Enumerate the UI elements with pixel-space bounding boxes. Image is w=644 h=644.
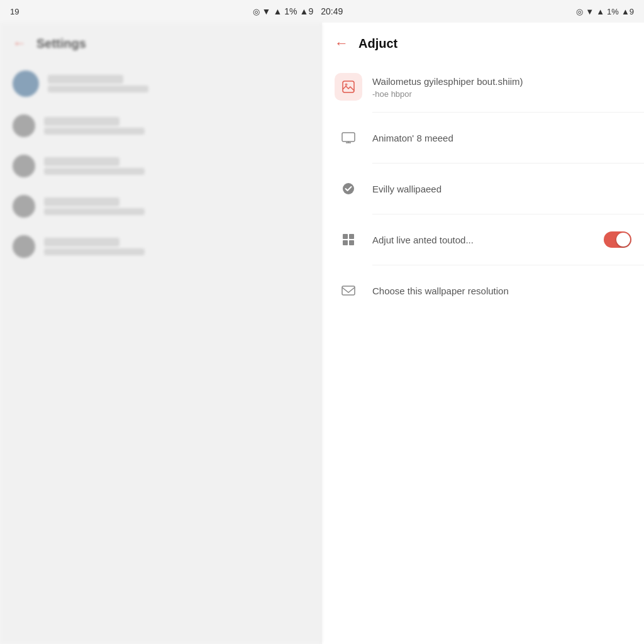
left-item-title — [48, 75, 123, 84]
settings-item-wallpaper[interactable]: Wailometus gyilesphiper bout.shiim) -hoe… — [322, 62, 644, 112]
settings-list: Wailometus gyilesphiper bout.shiim) -hoe… — [322, 62, 644, 316]
left-item-subtitle — [44, 128, 145, 135]
animation-item-text: Animaton' 8 meeed — [372, 131, 631, 145]
evilly-item-title: Evilly wallipaeed — [372, 182, 631, 196]
wallpaper-icon — [341, 79, 356, 94]
status-left: 19 — [10, 7, 19, 16]
svg-rect-2 — [342, 133, 355, 142]
status-clock: 20:49 — [321, 6, 343, 16]
status-battery-center: 1% — [284, 6, 297, 16]
status-sim-right-icon: ▲9 — [621, 7, 634, 16]
left-item-text — [44, 197, 309, 215]
left-item-text — [44, 157, 309, 175]
left-item-text — [44, 117, 309, 135]
evilly-item-text: Evilly wallipaeed — [372, 182, 631, 196]
check-circle-icon — [341, 181, 356, 196]
status-bar: 19 ◎ ▼ ▲ 1% ▲9 20:49 ◎ ▼ ▲ 1% ▲9 — [0, 0, 644, 23]
svg-rect-4 — [343, 234, 348, 239]
svg-rect-8 — [342, 286, 355, 295]
svg-point-1 — [345, 84, 348, 86]
resolution-item-text: Choose this wallpaper resolution — [372, 284, 631, 297]
grid-icon-wrapper — [335, 226, 362, 253]
status-wifi-right-icon: ▼ — [586, 7, 594, 16]
envelope-icon — [341, 283, 356, 298]
right-panel: ← Adjuct Wailometus gyilesphiper bout.sh… — [322, 23, 644, 644]
list-item[interactable] — [0, 226, 321, 267]
monitor-icon — [341, 130, 356, 145]
status-battery-right: 1% — [607, 7, 619, 16]
wallpaper-icon-wrapper — [335, 73, 362, 101]
left-item-subtitle — [44, 168, 145, 175]
status-signal-right-icon: ▲ — [596, 7, 604, 16]
settings-item-animation[interactable]: Animaton' 8 meeed — [322, 113, 644, 163]
avatar — [13, 195, 35, 218]
right-header: ← Adjuct — [322, 23, 644, 62]
left-item-title — [44, 197, 119, 206]
status-center: ◎ ▼ ▲ 1% ▲9 20:49 — [253, 6, 343, 16]
list-item[interactable] — [0, 106, 321, 146]
live-wallpaper-item-text: Adjut live anted toutod... — [372, 233, 594, 247]
toggle-knob — [616, 233, 630, 247]
right-back-arrow-icon[interactable]: ← — [335, 35, 348, 52]
svg-rect-7 — [349, 240, 354, 245]
left-settings-list — [0, 62, 321, 267]
list-item[interactable] — [0, 186, 321, 226]
left-item-title — [44, 238, 119, 247]
status-right: ◎ ▼ ▲ 1% ▲9 — [576, 7, 634, 16]
status-signal-icon: ▲ — [273, 6, 282, 16]
toggle-container[interactable] — [604, 231, 631, 248]
left-item-title — [44, 117, 119, 126]
live-wallpaper-toggle[interactable] — [604, 231, 631, 248]
monitor-icon-wrapper — [335, 124, 362, 152]
status-sim-icon: ▲9 — [300, 6, 314, 16]
left-item-subtitle — [48, 86, 148, 92]
animation-item-title: Animaton' 8 meeed — [372, 131, 631, 145]
left-panel: ← Settings — [0, 23, 322, 644]
svg-rect-6 — [343, 240, 348, 245]
status-circle-right-icon: ◎ — [576, 7, 583, 16]
avatar — [13, 235, 35, 258]
left-item-text — [44, 238, 309, 255]
avatar — [13, 114, 35, 137]
left-item-text — [48, 75, 309, 92]
live-wallpaper-item-title: Adjut live anted toutod... — [372, 233, 594, 247]
svg-rect-0 — [343, 81, 354, 92]
list-item[interactable] — [0, 62, 321, 106]
check-circle-icon-wrapper — [335, 175, 362, 203]
left-item-subtitle — [44, 248, 145, 255]
grid-icon — [341, 232, 356, 247]
left-back-arrow-icon[interactable]: ← — [13, 35, 26, 52]
left-panel-title: Settings — [36, 36, 86, 51]
svg-rect-5 — [349, 234, 354, 239]
avatar — [13, 70, 39, 97]
resolution-item-title: Choose this wallpaper resolution — [372, 284, 631, 297]
avatar — [13, 155, 35, 177]
wallpaper-item-title: Wailometus gyilesphiper bout.shiim) — [372, 75, 631, 88]
left-item-subtitle — [44, 208, 145, 215]
left-header: ← Settings — [0, 23, 321, 62]
left-item-title — [44, 157, 119, 166]
list-item[interactable] — [0, 146, 321, 186]
settings-item-live-wallpaper[interactable]: Adjut live anted toutod... — [322, 214, 644, 265]
svg-point-3 — [343, 183, 354, 194]
settings-item-resolution[interactable]: Choose this wallpaper resolution — [322, 265, 644, 316]
settings-item-evilly[interactable]: Evilly wallipaeed — [322, 164, 644, 214]
status-wifi-icon: ▼ — [262, 6, 271, 16]
wallpaper-item-text: Wailometus gyilesphiper bout.shiim) -hoe… — [372, 75, 631, 99]
right-panel-title: Adjuct — [358, 36, 397, 51]
status-circle-icon: ◎ — [253, 7, 260, 16]
split-layout: ← Settings — [0, 23, 644, 644]
wallpaper-item-subtitle: -hoe hbpor — [372, 89, 631, 99]
status-time-left: 19 — [10, 7, 19, 16]
envelope-icon-wrapper — [335, 277, 362, 304]
